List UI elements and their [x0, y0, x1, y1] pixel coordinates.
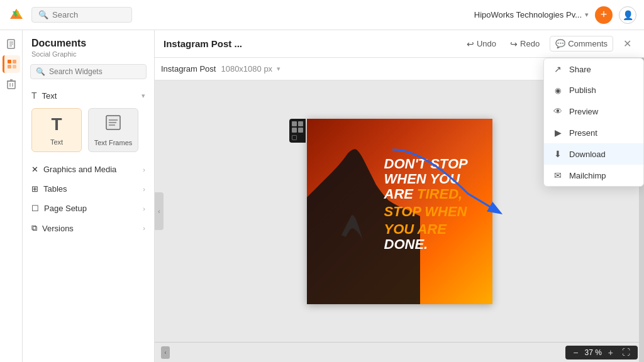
- widgets-icon-btn[interactable]: [3, 55, 20, 73]
- text-widgets-area: T Text Text Frames: [23, 104, 154, 160]
- canvas-area: Instagram Post ... ↩ Undo ↪ Redo 💬 Comme…: [155, 30, 644, 362]
- page-setup-arrow-icon: ›: [143, 205, 145, 212]
- sidebar-item-page-setup[interactable]: ☐ Page Setup ›: [23, 199, 154, 218]
- canvas-text-line4: STOP WHEN: [384, 204, 485, 219]
- redo-icon: ↪: [510, 39, 518, 49]
- dropdown-preview[interactable]: 👁 Preview: [544, 101, 643, 122]
- download-label: Download: [569, 150, 606, 159]
- tables-icon: ⊞: [31, 184, 38, 194]
- sidebar-item-versions[interactable]: ⧉ Versions ›: [23, 218, 154, 238]
- avatar-icon: 👤: [623, 10, 633, 20]
- doc-size-selector[interactable]: Instagram Post 1080x1080 px ▾: [161, 64, 280, 74]
- file-icon-btn[interactable]: [3, 35, 20, 53]
- redo-label: Redo: [520, 39, 540, 48]
- svg-rect-11: [8, 81, 15, 89]
- dropdown-download[interactable]: ⬇ Download: [544, 143, 643, 165]
- text-widget-label: Text: [50, 138, 63, 146]
- bottom-scroll-handle[interactable]: ‹: [161, 346, 170, 359]
- graphics-label: Graphics and Media: [43, 165, 116, 174]
- zoom-controls: − 37 % + ⛶: [565, 346, 638, 359]
- grid-extra-dot: [292, 135, 297, 140]
- preview-label: Preview: [569, 107, 598, 116]
- dropdown-menu: ↗ Share ◉ Publish 👁 Preview ▶ Present ⬇: [543, 58, 644, 187]
- page-setup-icon: ☐: [31, 204, 39, 213]
- trash-icon-btn[interactable]: [3, 75, 20, 93]
- chevron-down-icon: ▾: [142, 92, 145, 100]
- sidebar-title: Documents: [23, 38, 154, 49]
- grid-toggle-button[interactable]: [289, 119, 306, 143]
- canvas-text-line2: WHEN YOU: [384, 172, 485, 187]
- user-avatar[interactable]: 👤: [619, 6, 636, 24]
- main-layout: Documents Social Graphic 🔍 T Text ▾ T Te…: [0, 30, 644, 362]
- doc-size-label: Instagram Post: [161, 64, 216, 74]
- publish-label: Publish: [569, 85, 596, 95]
- search-icon: 🔍: [38, 10, 48, 19]
- dropdown-present[interactable]: ▶ Present: [544, 122, 643, 143]
- svg-rect-8: [13, 60, 16, 63]
- sidebar-item-graphics-media[interactable]: ✕ Graphics and Media ›: [23, 160, 154, 179]
- undo-label: Undo: [477, 39, 496, 48]
- share-icon: ↗: [553, 64, 563, 74]
- grid-dot: [292, 121, 297, 126]
- present-icon: ▶: [553, 128, 563, 138]
- search-input[interactable]: [52, 10, 121, 19]
- undo-button[interactable]: ↩ Undo: [463, 36, 500, 52]
- text-widget-icon: T: [51, 114, 62, 134]
- text-frames-label: Text Frames: [94, 139, 133, 146]
- svg-rect-10: [13, 65, 16, 69]
- canvas-title: Instagram Post ...: [164, 38, 457, 49]
- canvas-text-line3: ARE TIRED,: [384, 187, 485, 202]
- share-label: Share: [569, 65, 591, 74]
- comments-icon: 💬: [555, 39, 565, 48]
- sidebar-item-tables[interactable]: ⊞ Tables ›: [23, 179, 154, 199]
- icon-bar: [0, 30, 23, 362]
- sidebar-item-text[interactable]: T Text ▾: [23, 87, 154, 104]
- add-new-button[interactable]: +: [595, 6, 613, 24]
- versions-arrow-icon: ›: [143, 224, 145, 232]
- zoom-increase-button[interactable]: +: [606, 348, 616, 358]
- versions-label: Versions: [42, 224, 74, 233]
- canvas-text-tired: TIRED,: [417, 186, 462, 202]
- versions-icon: ⧉: [31, 223, 37, 233]
- zoom-decrease-button[interactable]: −: [570, 348, 580, 358]
- tables-arrow-icon: ›: [143, 185, 145, 193]
- preview-icon: 👁: [553, 106, 563, 116]
- sidebar-subtitle: Social Graphic: [23, 49, 154, 64]
- search-bar[interactable]: 🔍: [31, 7, 132, 23]
- app-logo[interactable]: [8, 6, 25, 24]
- document-inner: DON'T STOP WHEN YOU ARE TIRED, STOP WHEN…: [307, 119, 492, 304]
- svg-rect-7: [8, 60, 11, 63]
- text-widget-button[interactable]: T Text: [31, 108, 82, 152]
- bottom-bar: ‹ − 37 % + ⛶: [155, 342, 644, 362]
- sidebar-search-icon: 🔍: [36, 67, 45, 76]
- text-frames-icon: [104, 114, 122, 135]
- text-section-icon: T: [31, 90, 37, 101]
- redo-button[interactable]: ↪ Redo: [506, 36, 543, 52]
- fullscreen-button[interactable]: ⛶: [619, 348, 633, 357]
- dropdown-mailchimp[interactable]: ✉ Mailchimp: [544, 165, 643, 186]
- text-section-label: Text: [42, 91, 57, 101]
- canvas-text-done: DONE.: [384, 236, 428, 252]
- svg-rect-9: [8, 65, 11, 69]
- sidebar-search-input[interactable]: [49, 67, 141, 76]
- present-label: Present: [569, 128, 597, 138]
- scroll-left-handle[interactable]: ‹: [155, 192, 164, 230]
- close-button[interactable]: ✕: [619, 36, 635, 51]
- dropdown-share[interactable]: ↗ Share: [544, 58, 643, 80]
- text-frames-widget-button[interactable]: Text Frames: [88, 108, 138, 152]
- canvas-toolbar: Instagram Post ... ↩ Undo ↪ Redo 💬 Comme…: [155, 30, 644, 58]
- graphics-icon: ✕: [31, 165, 38, 174]
- comments-button[interactable]: 💬 Comments: [550, 36, 613, 52]
- sidebar-search-bar[interactable]: 🔍: [30, 64, 147, 79]
- zoom-value: 37 %: [580, 348, 605, 357]
- mailchimp-icon: ✉: [553, 170, 563, 180]
- company-selector[interactable]: HipoWorks Technologies Pv... ▾: [474, 10, 589, 19]
- grid-dot: [292, 128, 297, 133]
- grid-dot: [298, 128, 303, 133]
- dropdown-publish[interactable]: ◉ Publish: [544, 80, 643, 101]
- document-canvas[interactable]: DON'T STOP WHEN YOU ARE TIRED, STOP WHEN…: [307, 119, 492, 304]
- grid-dot: [298, 121, 303, 126]
- plus-icon: +: [601, 8, 608, 21]
- doc-dimensions: 1080x1080 px: [221, 64, 272, 74]
- company-name: HipoWorks Technologies Pv...: [474, 10, 582, 19]
